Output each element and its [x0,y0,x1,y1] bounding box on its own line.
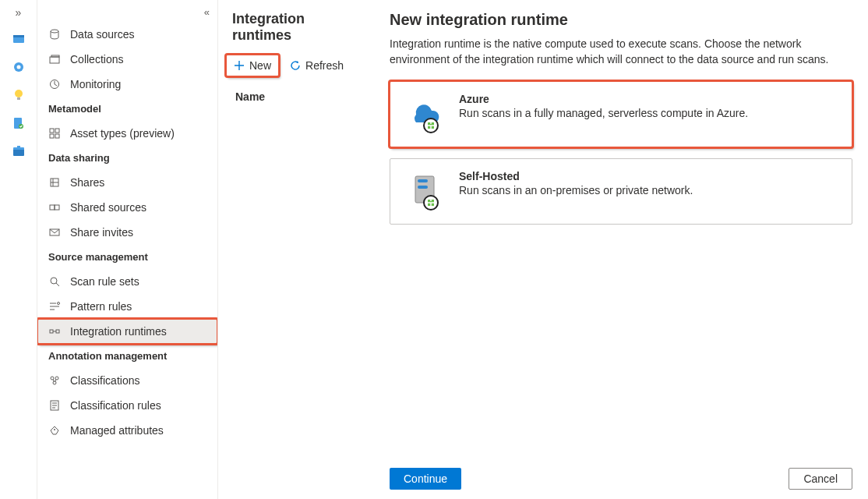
new-button[interactable]: New [226,55,279,76]
nav-heading: Source management [37,245,217,269]
class-icon [48,374,61,387]
collapse-nav-icon[interactable]: « [204,6,210,18]
svg-point-26 [51,377,54,380]
collections-icon [48,53,61,65]
nav-heading: Annotation management [37,344,217,368]
nav-item-monitoring[interactable]: Monitoring [37,72,217,97]
svg-rect-14 [50,129,54,133]
right-panel: New integration runtime Integration runt… [374,0,868,499]
cancel-button[interactable]: Cancel [789,468,852,490]
nav-item-asset-types-preview-[interactable]: Asset types (preview) [37,121,217,146]
svg-point-23 [58,303,60,305]
rail-icon-policies[interactable] [11,115,26,131]
option-desc: Run scans in a fully managed, serverless… [459,107,748,119]
option-desc: Run scans in an on-premises or private n… [459,184,693,196]
svg-rect-20 [55,205,59,210]
shares-icon [48,176,61,189]
sharedsrc-icon [48,201,61,214]
nav-item-label: Collections [70,53,123,65]
nav-item-label: Classifications [70,374,139,387]
server-icon [404,170,443,213]
svg-rect-1 [13,35,24,37]
option-card-self-hosted[interactable]: Self-HostedRun scans in an on-premises o… [390,158,852,225]
nav-panel: « Data sourcesCollectionsMonitoringMetam… [37,0,218,499]
rail-icon-management[interactable] [11,143,26,159]
nav-item-scan-rule-sets[interactable]: Scan rule sets [37,269,217,294]
option-card-azure[interactable]: AzureRun scans in a fully managed, serve… [390,81,852,147]
right-description: Integration runtime is the native comput… [390,37,852,67]
plus-icon [234,60,245,71]
svg-rect-34 [418,179,428,182]
svg-rect-19 [50,205,55,210]
svg-rect-15 [55,129,59,133]
toolbar: New Refresh [218,51,374,80]
nav-item-managed-attributes[interactable]: Managed attributes [37,418,217,443]
refresh-icon [290,60,301,71]
nav-item-label: Data sources [70,28,134,41]
nav-item-label: Integration runtimes [70,325,167,338]
monitoring-icon [48,78,61,90]
right-title: New integration runtime [390,11,852,29]
svg-rect-12 [51,55,59,57]
nav-item-pattern-rules[interactable]: Pattern rules [37,294,217,319]
svg-rect-8 [13,147,24,150]
svg-rect-25 [56,330,59,333]
rail-icon-datasources[interactable] [11,31,26,47]
svg-point-3 [16,65,20,69]
scan-icon [48,275,61,288]
refresh-button[interactable]: Refresh [282,55,351,76]
svg-point-30 [54,429,55,430]
svg-rect-16 [50,134,54,138]
svg-point-28 [53,381,56,384]
refresh-button-label: Refresh [305,59,344,72]
ir-icon [48,325,61,338]
nav-item-label: Shares [70,176,104,189]
nav-item-classifications[interactable]: Classifications [37,368,217,393]
new-button-label: New [249,59,271,72]
nav-item-label: Managed attributes [70,424,164,437]
svg-rect-4 [17,97,20,100]
nav-item-label: Asset types (preview) [70,127,175,140]
nav-item-label: Classification rules [70,399,161,412]
icon-rail: » [0,0,37,499]
footer: Continue Cancel [390,460,852,490]
svg-rect-35 [418,186,428,189]
cloud-icon [404,93,443,136]
nav-item-data-sources[interactable]: Data sources [37,22,217,47]
nav-item-collections[interactable]: Collections [37,47,217,72]
assets-icon [48,127,61,140]
classrules-icon [48,399,61,412]
nav-item-integration-runtimes[interactable]: Integration runtimes [37,319,217,344]
svg-rect-17 [55,134,59,138]
nav-item-shares[interactable]: Shares [37,170,217,195]
svg-rect-24 [50,330,53,333]
pattern-icon [48,300,61,313]
svg-rect-7 [13,149,24,156]
nav-item-shared-sources[interactable]: Shared sources [37,195,217,220]
invites-icon [48,226,61,239]
rail-icon-insights[interactable] [11,87,26,103]
nav-item-classification-rules[interactable]: Classification rules [37,393,217,418]
nav-heading: Metamodel [37,97,217,121]
middle-title: Integration runtimes [218,11,374,51]
svg-rect-11 [50,57,59,63]
nav-item-label: Share invites [70,226,133,239]
nav-item-label: Monitoring [70,78,121,90]
svg-point-10 [51,30,58,33]
column-header-name[interactable]: Name [218,80,374,109]
continue-button[interactable]: Continue [390,468,461,490]
svg-point-22 [51,278,57,284]
nav-item-label: Scan rule sets [70,275,139,288]
datasource-icon [48,28,61,41]
option-title: Azure [459,93,748,105]
nav-item-share-invites[interactable]: Share invites [37,220,217,245]
svg-rect-9 [17,146,20,147]
rail-icon-discover[interactable] [11,59,26,75]
nav-item-label: Pattern rules [70,300,132,313]
middle-panel: Integration runtimes New Refresh Name [218,0,374,499]
expand-rail-icon[interactable]: » [16,6,22,19]
nav-item-label: Shared sources [70,201,146,214]
svg-point-27 [55,377,58,380]
attrs-icon [48,424,61,437]
nav-heading: Data sharing [37,146,217,170]
